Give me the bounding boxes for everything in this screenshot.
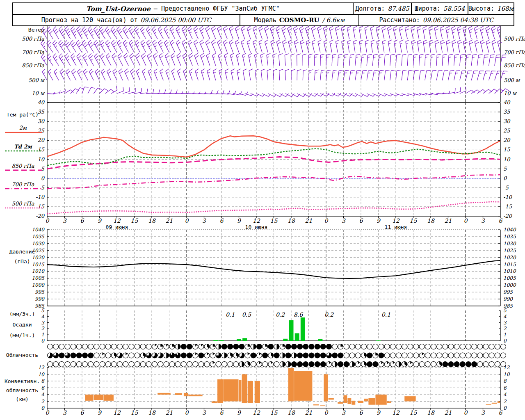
wind-barb-stem (152, 29, 158, 39)
wind-barb-feather (265, 40, 268, 42)
wind-barb-feather (224, 42, 228, 45)
wind-barb-feather (353, 26, 357, 28)
wind-barb-half-feather (55, 46, 57, 47)
legend-label-td2m: Td 2м (2, 144, 43, 150)
wind-barb-feather (166, 55, 169, 58)
wind-barb-feather (230, 42, 233, 45)
cloud-okta-symbol (303, 362, 308, 367)
convective-cloud-bar (255, 381, 260, 403)
wind-barb-feather (486, 29, 490, 31)
wind-barb-feather (153, 42, 156, 45)
wind-barb-stem (249, 71, 251, 80)
wind-barb-feather (54, 69, 57, 72)
temp-ytick-left: 30 (37, 118, 45, 124)
precip-bar (295, 333, 299, 341)
wind-barb-half-feather (184, 32, 185, 34)
wind-barb-feather (78, 42, 80, 45)
wind-barb-feather (294, 29, 297, 31)
wind-barb-feather (424, 42, 427, 44)
wind-barb-feather (219, 69, 223, 71)
wind-barb-feather (283, 42, 287, 44)
hour-label-mid: 12 (253, 217, 260, 224)
wind-barb-feather (412, 42, 415, 44)
wind-barb-feather (72, 29, 75, 32)
wind-barb-half-feather (248, 43, 250, 44)
wind-barb-feather (469, 29, 473, 31)
wind-barb-feather (206, 53, 210, 56)
cloud-okta-fill (283, 353, 285, 358)
wind-barb-feather (306, 26, 309, 28)
cloud-okta-symbol (105, 353, 111, 358)
cloud-okta-symbol (59, 362, 64, 367)
pressure-ytick-left: 1030 (32, 241, 45, 247)
wind-barb-feather (486, 26, 489, 28)
wind-barb-feather (260, 53, 264, 55)
wind-barb-feather (148, 55, 152, 58)
wind-barb-feather (285, 54, 288, 55)
conv-ytick-left: 10 (38, 372, 45, 377)
cloud-okta-symbol (169, 362, 175, 367)
wind-barb-feather (261, 69, 265, 71)
wind-barb-half-feather (461, 57, 463, 57)
wind-barb-stem (436, 71, 438, 80)
wind-barb-half-feather (254, 43, 256, 44)
wind-barb-feather (493, 42, 496, 44)
wind-barb-feather (71, 69, 74, 72)
wind-barb-feather (101, 56, 104, 59)
wind-barb-half-feather (301, 32, 303, 33)
wind-barb-feather (77, 53, 80, 56)
wind-barb-feather (189, 55, 193, 58)
cloud-okta-symbol (472, 362, 477, 367)
wind-barb-feather (124, 29, 127, 32)
wind-barb-feather (95, 69, 98, 72)
pressure-ytick-right: 995 (503, 289, 513, 295)
temp-ytick-right: -10 (503, 194, 513, 200)
cloud-okta-symbol (477, 353, 483, 358)
wind-barb-feather (417, 26, 420, 28)
wind-barb-feather (60, 56, 63, 59)
wind-barb-stem (65, 57, 71, 66)
wind-barb-feather (452, 29, 456, 31)
wind-barb-feather (201, 42, 204, 45)
wind-barb-feather (455, 54, 459, 55)
cloud-okta-symbol (309, 353, 314, 358)
cloud-okta-symbol (431, 362, 436, 367)
convective-cloud-bar (288, 368, 294, 402)
wind-barb-stem (489, 55, 491, 66)
wind-barb-feather (200, 26, 203, 29)
hour-label-bottom: 6 (359, 409, 363, 416)
cloud-okta-symbol (303, 344, 308, 349)
wind-barb-feather (411, 26, 415, 28)
wind-barb-stem (384, 71, 386, 80)
wind-barb-feather (153, 40, 155, 43)
wind-barb-feather (107, 29, 110, 32)
wind-barb-feather (135, 40, 138, 43)
wind-barb-feather (374, 54, 378, 55)
wind-barb-feather (299, 26, 303, 28)
wind-barb-feather (200, 40, 203, 42)
wind-barb-feather (344, 54, 348, 55)
cloud-okta-symbol (466, 353, 471, 358)
wind-barb-half-feather (60, 90, 60, 92)
wind-barb-feather (423, 29, 427, 30)
temp-ytick-right: 15 (503, 146, 510, 153)
wind-barb-feather (60, 69, 63, 72)
wind-barb-feather (467, 55, 471, 55)
wind-barb-feather (243, 69, 247, 71)
wind-barb-feather (91, 31, 94, 34)
wind-barb-half-feather (466, 57, 468, 57)
wind-barb-half-feather (447, 32, 449, 33)
wind-barb-feather (223, 40, 226, 42)
wind-barb-feather (113, 56, 116, 59)
wind-barb-stem (495, 71, 498, 80)
wind-barb-stem (454, 71, 456, 80)
wind-barb-feather (194, 26, 197, 29)
temp-ytick-right: 40 (503, 99, 511, 105)
convective-cloud-bar (338, 402, 343, 404)
wind-barb-feather (96, 31, 99, 34)
cloud-okta-symbol (76, 344, 82, 349)
cloud-okta-symbol (146, 362, 151, 367)
wind-barb-half-feather (472, 57, 474, 57)
cloud-okta-symbol (129, 344, 134, 349)
cloud-okta-fill (178, 344, 181, 349)
